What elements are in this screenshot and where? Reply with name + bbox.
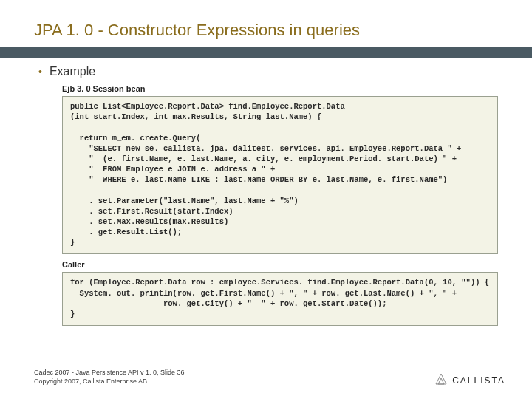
logo-mark-icon <box>434 372 448 386</box>
slide-title: JPA 1. 0 - Constructor Expressions in qu… <box>0 0 532 44</box>
bullet-label: Example <box>50 65 95 78</box>
title-rule <box>0 47 532 58</box>
footer-line-2: Copyright 2007, Callista Enterprise AB <box>34 377 185 386</box>
footer-line-1: Cadec 2007 - Java Persistence API v 1. 0… <box>34 368 185 377</box>
slide-content: • Example Ejb 3. 0 Session bean public L… <box>0 65 532 326</box>
callista-logo: CALLISTA <box>434 372 505 386</box>
code-caller: for (Employee.Report.Data row : employee… <box>62 272 498 326</box>
bullet-example: • Example <box>38 65 498 78</box>
svg-marker-1 <box>438 378 444 384</box>
slide-footer: Cadec 2007 - Java Persistence API v 1. 0… <box>34 368 185 386</box>
code-session-bean: public List<Employee.Report.Data> find.E… <box>62 96 498 254</box>
bullet-icon: • <box>38 66 42 78</box>
logo-text: CALLISTA <box>452 375 505 386</box>
subhead-session-bean: Ejb 3. 0 Session bean <box>62 84 498 93</box>
subhead-caller: Caller <box>62 260 498 269</box>
